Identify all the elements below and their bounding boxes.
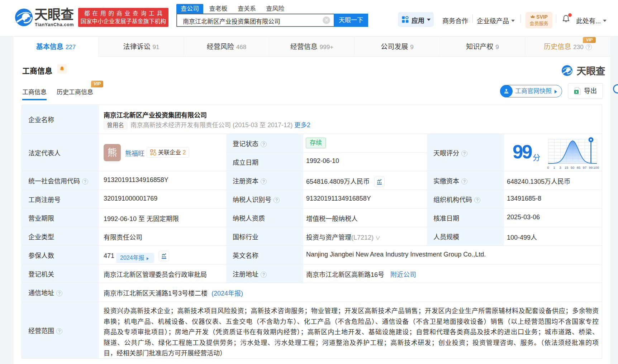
svg-text:3: 3 <box>559 166 561 169</box>
svg-text:0: 0 <box>547 166 549 169</box>
svg-text:1: 1 <box>553 166 555 169</box>
svg-text:99: 99 <box>589 166 593 169</box>
svg-text:85: 85 <box>577 166 581 169</box>
svg-text:97: 97 <box>583 166 587 169</box>
svg-text:100: 100 <box>593 166 599 169</box>
svg-text:50: 50 <box>571 166 575 169</box>
svg-text:15: 15 <box>565 166 569 169</box>
